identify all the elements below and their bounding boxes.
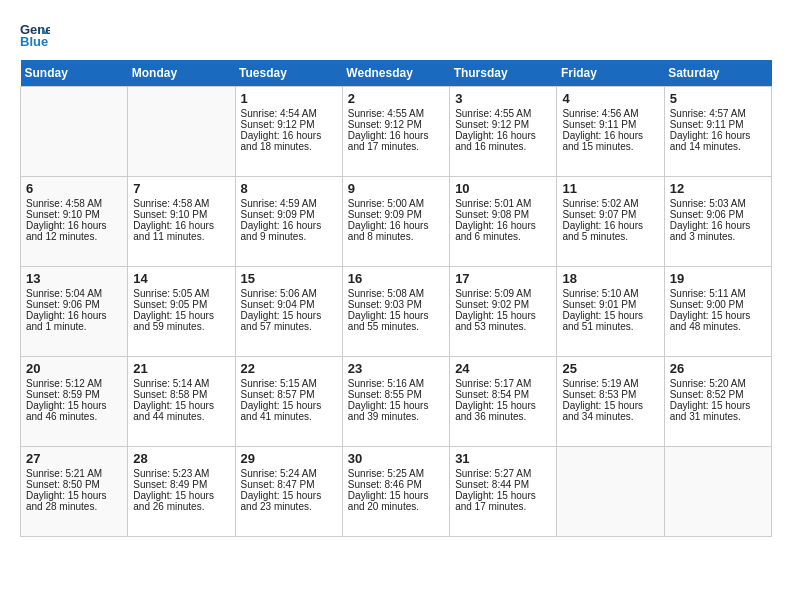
day-info-line: Daylight: 15 hours and 34 minutes.	[562, 400, 658, 422]
weekday-header-tuesday: Tuesday	[235, 60, 342, 87]
day-number: 19	[670, 271, 766, 286]
weekday-header-sunday: Sunday	[21, 60, 128, 87]
day-info-line: Daylight: 15 hours and 48 minutes.	[670, 310, 766, 332]
calendar-cell: 13Sunrise: 5:04 AMSunset: 9:06 PMDayligh…	[21, 267, 128, 357]
day-info-line: Daylight: 15 hours and 28 minutes.	[26, 490, 122, 512]
day-number: 26	[670, 361, 766, 376]
day-info-line: Daylight: 15 hours and 59 minutes.	[133, 310, 229, 332]
day-info-line: Daylight: 16 hours and 5 minutes.	[562, 220, 658, 242]
week-row-3: 20Sunrise: 5:12 AMSunset: 8:59 PMDayligh…	[21, 357, 772, 447]
calendar-cell	[557, 447, 664, 537]
weekday-header-wednesday: Wednesday	[342, 60, 449, 87]
day-info-line: Sunset: 9:10 PM	[26, 209, 122, 220]
day-number: 17	[455, 271, 551, 286]
calendar-cell: 18Sunrise: 5:10 AMSunset: 9:01 PMDayligh…	[557, 267, 664, 357]
day-number: 11	[562, 181, 658, 196]
day-info-line: Sunrise: 4:57 AM	[670, 108, 766, 119]
calendar-cell: 15Sunrise: 5:06 AMSunset: 9:04 PMDayligh…	[235, 267, 342, 357]
day-number: 25	[562, 361, 658, 376]
week-row-4: 27Sunrise: 5:21 AMSunset: 8:50 PMDayligh…	[21, 447, 772, 537]
calendar-cell: 20Sunrise: 5:12 AMSunset: 8:59 PMDayligh…	[21, 357, 128, 447]
weekday-header-row: SundayMondayTuesdayWednesdayThursdayFrid…	[21, 60, 772, 87]
day-info-line: Sunset: 9:07 PM	[562, 209, 658, 220]
calendar-cell: 28Sunrise: 5:23 AMSunset: 8:49 PMDayligh…	[128, 447, 235, 537]
page-header: General Blue	[20, 20, 772, 50]
day-info-line: Sunrise: 5:21 AM	[26, 468, 122, 479]
day-info-line: Sunrise: 5:04 AM	[26, 288, 122, 299]
day-number: 31	[455, 451, 551, 466]
calendar-cell: 6Sunrise: 4:58 AMSunset: 9:10 PMDaylight…	[21, 177, 128, 267]
day-number: 12	[670, 181, 766, 196]
calendar-cell: 29Sunrise: 5:24 AMSunset: 8:47 PMDayligh…	[235, 447, 342, 537]
week-row-2: 13Sunrise: 5:04 AMSunset: 9:06 PMDayligh…	[21, 267, 772, 357]
day-info-line: Daylight: 16 hours and 14 minutes.	[670, 130, 766, 152]
day-info-line: Daylight: 16 hours and 11 minutes.	[133, 220, 229, 242]
calendar-cell: 8Sunrise: 4:59 AMSunset: 9:09 PMDaylight…	[235, 177, 342, 267]
day-info-line: Sunset: 9:12 PM	[455, 119, 551, 130]
day-number: 14	[133, 271, 229, 286]
calendar-cell: 31Sunrise: 5:27 AMSunset: 8:44 PMDayligh…	[450, 447, 557, 537]
day-number: 1	[241, 91, 337, 106]
calendar-cell: 12Sunrise: 5:03 AMSunset: 9:06 PMDayligh…	[664, 177, 771, 267]
day-info-line: Daylight: 16 hours and 1 minute.	[26, 310, 122, 332]
calendar-cell: 30Sunrise: 5:25 AMSunset: 8:46 PMDayligh…	[342, 447, 449, 537]
logo: General Blue	[20, 20, 54, 50]
day-info-line: Daylight: 16 hours and 3 minutes.	[670, 220, 766, 242]
day-number: 28	[133, 451, 229, 466]
day-info-line: Sunset: 9:08 PM	[455, 209, 551, 220]
day-number: 27	[26, 451, 122, 466]
day-info-line: Sunset: 9:12 PM	[348, 119, 444, 130]
day-info-line: Daylight: 15 hours and 17 minutes.	[455, 490, 551, 512]
day-info-line: Sunrise: 4:59 AM	[241, 198, 337, 209]
day-info-line: Sunrise: 4:54 AM	[241, 108, 337, 119]
day-number: 23	[348, 361, 444, 376]
day-number: 16	[348, 271, 444, 286]
calendar-cell: 3Sunrise: 4:55 AMSunset: 9:12 PMDaylight…	[450, 87, 557, 177]
calendar-cell: 4Sunrise: 4:56 AMSunset: 9:11 PMDaylight…	[557, 87, 664, 177]
calendar-cell: 23Sunrise: 5:16 AMSunset: 8:55 PMDayligh…	[342, 357, 449, 447]
day-info-line: Sunset: 9:11 PM	[562, 119, 658, 130]
day-info-line: Sunrise: 5:19 AM	[562, 378, 658, 389]
day-info-line: Sunset: 8:46 PM	[348, 479, 444, 490]
day-info-line: Sunset: 8:58 PM	[133, 389, 229, 400]
day-number: 15	[241, 271, 337, 286]
weekday-header-friday: Friday	[557, 60, 664, 87]
day-number: 18	[562, 271, 658, 286]
day-info-line: Sunset: 9:03 PM	[348, 299, 444, 310]
day-info-line: Sunset: 8:50 PM	[26, 479, 122, 490]
calendar-cell: 14Sunrise: 5:05 AMSunset: 9:05 PMDayligh…	[128, 267, 235, 357]
day-info-line: Sunset: 9:00 PM	[670, 299, 766, 310]
day-number: 21	[133, 361, 229, 376]
day-number: 29	[241, 451, 337, 466]
day-info-line: Sunset: 8:55 PM	[348, 389, 444, 400]
day-number: 7	[133, 181, 229, 196]
calendar-cell: 25Sunrise: 5:19 AMSunset: 8:53 PMDayligh…	[557, 357, 664, 447]
day-number: 8	[241, 181, 337, 196]
day-info-line: Sunset: 9:05 PM	[133, 299, 229, 310]
day-number: 24	[455, 361, 551, 376]
weekday-header-monday: Monday	[128, 60, 235, 87]
day-info-line: Sunset: 9:04 PM	[241, 299, 337, 310]
calendar-cell: 17Sunrise: 5:09 AMSunset: 9:02 PMDayligh…	[450, 267, 557, 357]
day-info-line: Daylight: 15 hours and 31 minutes.	[670, 400, 766, 422]
day-info-line: Daylight: 15 hours and 51 minutes.	[562, 310, 658, 332]
day-info-line: Sunrise: 4:55 AM	[455, 108, 551, 119]
svg-text:Blue: Blue	[20, 34, 48, 49]
calendar-cell: 5Sunrise: 4:57 AMSunset: 9:11 PMDaylight…	[664, 87, 771, 177]
day-number: 2	[348, 91, 444, 106]
day-info-line: Sunset: 9:09 PM	[348, 209, 444, 220]
day-number: 10	[455, 181, 551, 196]
day-info-line: Daylight: 16 hours and 18 minutes.	[241, 130, 337, 152]
day-info-line: Sunrise: 5:23 AM	[133, 468, 229, 479]
calendar-body: 1Sunrise: 4:54 AMSunset: 9:12 PMDaylight…	[21, 87, 772, 537]
calendar-cell: 22Sunrise: 5:15 AMSunset: 8:57 PMDayligh…	[235, 357, 342, 447]
day-info-line: Sunrise: 5:25 AM	[348, 468, 444, 479]
day-info-line: Daylight: 15 hours and 20 minutes.	[348, 490, 444, 512]
day-info-line: Daylight: 16 hours and 6 minutes.	[455, 220, 551, 242]
day-info-line: Sunrise: 5:14 AM	[133, 378, 229, 389]
day-info-line: Sunrise: 5:20 AM	[670, 378, 766, 389]
day-info-line: Daylight: 15 hours and 39 minutes.	[348, 400, 444, 422]
day-info-line: Sunrise: 5:08 AM	[348, 288, 444, 299]
day-number: 30	[348, 451, 444, 466]
day-info-line: Daylight: 15 hours and 46 minutes.	[26, 400, 122, 422]
